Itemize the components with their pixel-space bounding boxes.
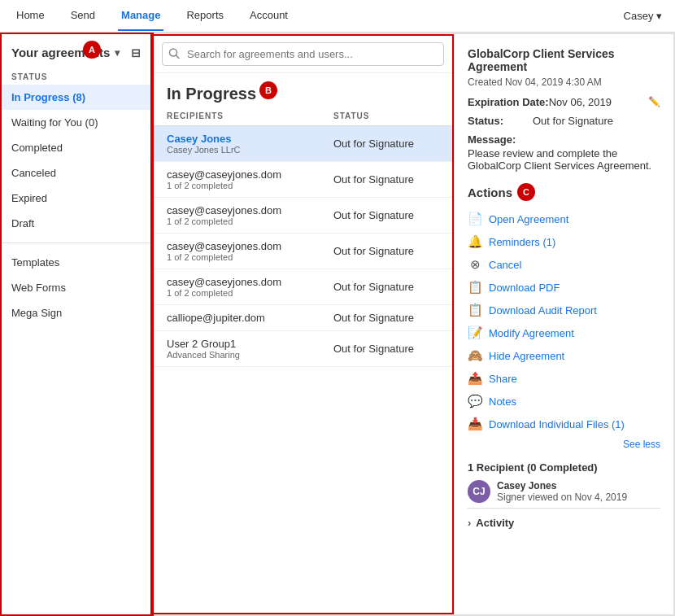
recip-info: casey@caseyjones.dom 1 of 2 completed [167, 168, 333, 190]
right-panel: GlobalCorp Client Services Agreement Cre… [454, 34, 673, 614]
action-download-files[interactable]: 📥 Download Individual Files (1) [468, 413, 660, 435]
activity-row[interactable]: › Activity [468, 508, 660, 537]
recip-info: casey@caseyjones.dom 1 of 2 completed [167, 240, 333, 262]
table-row[interactable]: casey@caseyjones.dom 1 of 2 completed Ou… [154, 162, 452, 198]
recip-status: Out for Signature [333, 245, 439, 257]
recip-info: Casey Jones Casey Jones LLrC [167, 133, 333, 155]
recip-status: Out for Signature [333, 138, 439, 150]
recip-card: CJ Casey Jones Signer viewed on Nov 4, 2… [468, 480, 660, 503]
sidebar-item-completed[interactable]: Completed [2, 135, 150, 160]
status-label: Status: [468, 115, 533, 127]
hide-icon: 🙈 [468, 348, 482, 363]
action-label: Reminders (1) [489, 236, 555, 248]
table-row[interactable]: User 2 Group1 Advanced Sharing Out for S… [154, 331, 452, 367]
open-agreement-icon: 📄 [468, 212, 482, 226]
see-less-link[interactable]: See less [468, 439, 660, 450]
recip-email: calliope@jupiter.dom [167, 312, 333, 324]
top-nav: Home Send Manage Reports Account Casey ▾ [0, 0, 675, 33]
expiration-label: Expiration Date: [468, 96, 549, 108]
search-input[interactable] [162, 42, 444, 66]
action-label: Hide Agreement [489, 350, 564, 362]
sidebar-item-waiting[interactable]: Waiting for You (0) [2, 110, 150, 135]
nav-manage[interactable]: Manage [118, 1, 163, 31]
status-row: Status: Out for Signature [468, 115, 660, 127]
search-icon-wrap [162, 42, 444, 66]
action-reminders[interactable]: 🔔 Reminders (1) [468, 230, 660, 253]
recipients-section: 1 Recipient (0 Completed) CJ Casey Jones… [468, 461, 660, 503]
recip-info: User 2 Group1 Advanced Sharing [167, 338, 333, 360]
nav-account[interactable]: Account [246, 1, 291, 31]
table-row[interactable]: calliope@jupiter.dom Out for Signature [154, 305, 452, 331]
action-open-agreement[interactable]: 📄 Open Agreement [468, 208, 660, 230]
in-progress-header: In Progress B [154, 73, 452, 107]
action-label: Share [489, 373, 517, 385]
badge-a: A [83, 41, 101, 59]
message-row: Message: Please review and complete the … [468, 133, 660, 172]
table-row[interactable]: casey@caseyjones.dom 1 of 2 completed Ou… [154, 234, 452, 269]
action-cancel[interactable]: ⊗ Cancel [468, 253, 660, 276]
nav-send[interactable]: Send [68, 1, 98, 31]
user-menu[interactable]: Casey ▾ [624, 10, 662, 22]
actions-header: Actions C [468, 183, 660, 201]
search-bar-wrapper [154, 36, 452, 73]
recip-email: casey@caseyjones.dom [167, 168, 333, 181]
recip-status: Out for Signature [333, 281, 439, 293]
sidebar-divider [2, 242, 150, 243]
edit-icon[interactable]: ✏️ [648, 96, 660, 107]
filter-icon[interactable]: ⊟ [131, 46, 141, 59]
message-label: Message: [468, 133, 533, 146]
chevron-right-icon: › [468, 517, 471, 529]
sidebar-item-draft[interactable]: Draft [2, 211, 150, 236]
sidebar-item-templates[interactable]: Templates [2, 250, 150, 275]
action-notes[interactable]: 💬 Notes [468, 390, 660, 413]
avatar: CJ [468, 480, 490, 503]
recipients-section-title: 1 Recipient (0 Completed) [468, 461, 660, 474]
expiration-value: Nov 06, 2019 [549, 96, 645, 108]
action-label: Download Audit Report [489, 304, 597, 317]
table-row[interactable]: casey@caseyjones.dom 1 of 2 completed Ou… [154, 198, 452, 234]
nav-links: Home Send Manage Reports Account [13, 1, 291, 31]
action-download-audit[interactable]: 📋 Download Audit Report [468, 299, 660, 321]
table-row[interactable]: Casey Jones Casey Jones LLrC Out for Sig… [154, 126, 452, 162]
column-headers: RECIPIENTS STATUS [154, 107, 452, 126]
agreement-title: GlobalCorp Client Services Agreement [468, 47, 660, 73]
reminders-icon: 🔔 [468, 234, 482, 249]
nav-home[interactable]: Home [13, 1, 48, 31]
sidebar-item-canceled[interactable]: Canceled [2, 160, 150, 186]
table-row[interactable]: casey@caseyjones.dom 1 of 2 completed Ou… [154, 269, 452, 305]
message-value: Please review and complete the GlobalCor… [468, 147, 660, 172]
status-value: Out for Signature [533, 115, 660, 127]
recip-card-sub: Signer viewed on Nov 4, 2019 [497, 491, 627, 503]
chevron-down-icon[interactable]: ▾ [115, 47, 120, 59]
recip-status: Out for Signature [333, 343, 439, 355]
sidebar-item-in-progress[interactable]: In Progress (8) [2, 85, 150, 110]
action-modify-agreement[interactable]: 📝 Modify Agreement [468, 321, 660, 344]
action-share[interactable]: 📤 Share [468, 367, 660, 390]
download-files-icon: 📥 [468, 417, 482, 431]
cancel-icon: ⊗ [468, 257, 482, 272]
recip-sub: 1 of 2 completed [167, 216, 333, 226]
content-area: In Progress B RECIPIENTS STATUS Casey Jo… [152, 34, 454, 614]
action-label: Open Agreement [489, 213, 568, 225]
nav-reports[interactable]: Reports [183, 1, 227, 31]
action-download-pdf[interactable]: 📋 Download PDF [468, 276, 660, 299]
recip-info: calliope@jupiter.dom [167, 312, 333, 324]
expiration-row: Expiration Date: Nov 06, 2019 ✏️ [468, 96, 660, 108]
action-label: Download Individual Files (1) [489, 418, 625, 430]
notes-icon: 💬 [468, 394, 482, 408]
actions-label: Actions [468, 186, 512, 199]
action-label: Cancel [489, 259, 521, 271]
recip-email: casey@caseyjones.dom [167, 276, 333, 288]
recip-sub: Casey Jones LLrC [167, 145, 333, 155]
sidebar-item-web-forms[interactable]: Web Forms [2, 275, 150, 300]
badge-c: C [517, 183, 535, 201]
recip-card-info: Casey Jones Signer viewed on Nov 4, 2019 [497, 480, 627, 503]
action-hide-agreement[interactable]: 🙈 Hide Agreement [468, 344, 660, 367]
sidebar-item-mega-sign[interactable]: Mega Sign [2, 300, 150, 325]
col-recipients-label: RECIPIENTS [167, 111, 333, 120]
recip-status: Out for Signature [333, 209, 439, 221]
action-label: Download PDF [489, 282, 560, 294]
modify-icon: 📝 [468, 325, 482, 340]
recip-email: casey@caseyjones.dom [167, 240, 333, 252]
sidebar-item-expired[interactable]: Expired [2, 186, 150, 211]
